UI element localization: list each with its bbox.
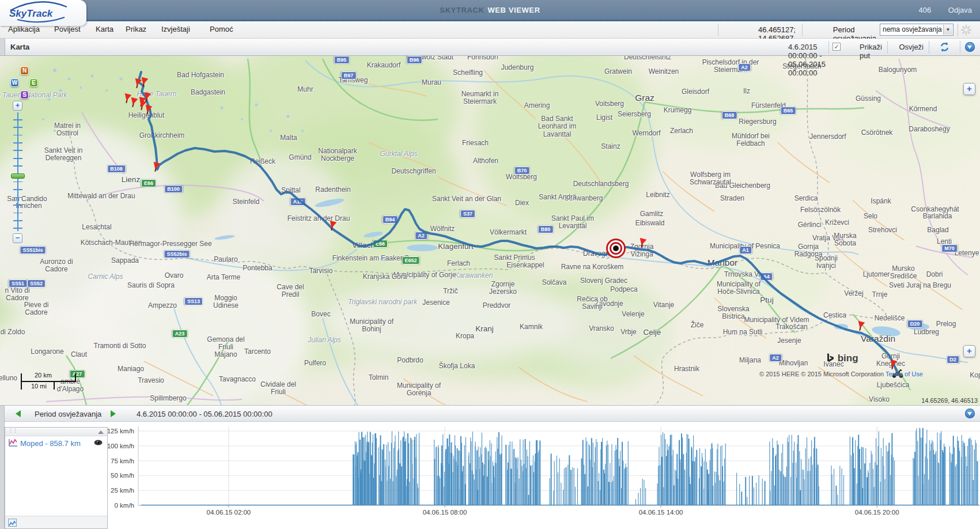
app-title: SKYTRACKWEB VIEWER [0,6,980,14]
separator [958,24,958,36]
route-event-flag-marker[interactable] [330,221,338,231]
app-header: SKYTRACKWEB VIEWER 406 Odjava [0,0,980,21]
map-attribution: © 2015 HERE © 2015 Microsoft Corporation [759,371,884,377]
y-axis-tick-label: 75 km/h [111,458,134,464]
track-list-panel: ⋮⋮ Moped - 858.7 km [5,427,108,529]
terms-of-use-link[interactable]: Terms of Use [886,371,923,377]
separator [960,41,960,54]
timeline-panel-header: Period osvježavanja 4.6.2015 00:00:00 - … [0,405,980,422]
zoom-in-button[interactable]: + [13,101,22,111]
track-list-item[interactable]: Moped - 858.7 km [5,437,107,449]
route-event-flag-marker[interactable] [858,322,866,331]
separator [802,24,803,36]
show-route-label: Prikaži put [860,43,882,60]
pan-east-button[interactable]: E [29,78,38,87]
separator [887,41,888,54]
track-chart-icon [9,439,18,447]
menu-prikaz[interactable]: Prikaz [126,25,146,33]
route-event-flag-marker[interactable] [640,239,648,248]
svg-text:SkyTrack: SkyTrack [9,8,54,19]
refresh-period-select[interactable]: nema osvježavanja ▼ [880,24,953,36]
x-axis-tick-label: 04.06.15 02:00 [207,509,251,516]
x-axis-tick-label: 04.06.15 14:00 [639,509,683,516]
expand-east-panel-button-top[interactable]: + [963,83,975,95]
y-axis-tick-label: 125 km/h [107,428,134,434]
map-panel-header: Karta 4.6.2015 00:00:00 - 05.06.2015 00:… [0,39,980,56]
timeline-panel-body: 125 km/h100 km/h75 km/h50 km/h25 km/h0 k… [0,422,980,529]
logo[interactable]: SkyTrack [0,0,86,26]
visibility-eye-icon[interactable] [94,440,103,445]
menu-izvjestaji[interactable]: Izvještaji [161,25,190,33]
track-list-toolbar: ⋮⋮ [5,428,107,436]
drag-handle-icon[interactable]: ⋮⋮ [8,428,17,433]
menu-povijest[interactable]: Povijest [54,25,81,33]
chevron-down-icon: ▼ [943,25,952,35]
zoom-slider-handle[interactable] [11,173,25,179]
y-axis-tick-label: 25 km/h [111,487,134,494]
collapse-timeline-panel-button[interactable] [965,409,975,418]
route-event-flag-marker[interactable] [154,163,161,172]
speed-series-spikes [353,428,977,505]
menu-karta[interactable]: Karta [96,25,113,33]
show-route-checkbox[interactable]: ✓ [833,43,841,51]
timeline-date-range: 4.6.2015 00:00:00 - 05.06.2015 00:00:00 [137,410,273,418]
resize-rail[interactable] [0,422,5,529]
message-count[interactable]: 406 [918,6,931,14]
period-previous-arrow[interactable] [16,410,21,417]
map-cursor-coordinates: 14.65269, 46.46513 [921,397,978,404]
track-list-footer [5,516,107,528]
route-event-flag-marker[interactable] [142,78,149,87]
route-event-flag-marker[interactable] [891,360,898,369]
route-event-flag-marker[interactable] [146,105,153,115]
menu-aplikacija[interactable]: Aplikacija [8,25,40,33]
pan-west-button[interactable]: W [10,78,19,87]
chart-mode-icon[interactable] [8,519,17,527]
expand-east-panel-button-bottom[interactable]: + [963,345,975,357]
west-panel-handle[interactable] [0,39,5,55]
collapse-up-icon[interactable] [98,430,104,434]
menu-pomoc[interactable]: Pomoć [210,25,233,33]
y-axis-tick-label: 100 km/h [107,443,134,449]
menu-bar: Aplikacija Povijest Karta Prikaz Izvješt… [0,21,980,39]
period-next-arrow[interactable] [111,410,116,417]
timeline-title: Period osvježavanja [35,410,101,418]
bing-logo: bing [826,353,858,364]
track-label: Moped - 858.7 km [20,439,81,448]
pan-north-button[interactable]: N [20,66,29,75]
speed-chart: 125 km/h100 km/h75 km/h50 km/h25 km/h0 k… [0,422,980,529]
y-axis-tick-label: 50 km/h [111,472,134,479]
map-date-range: 4.6.2015 00:00:00 - 05.06.2015 00:00:00 [788,43,826,77]
logout-link[interactable]: Odjava [948,6,972,14]
resize-rail[interactable] [0,406,5,422]
skytrack-logo-icon: SkyTrack [0,0,81,24]
zoom-slider-track[interactable] [13,112,22,231]
separator [929,41,929,54]
refresh-icon[interactable] [939,41,950,52]
loading-spinner-icon [960,24,972,36]
zoom-out-button[interactable]: − [13,233,22,243]
collapse-map-panel-button[interactable] [965,42,975,52]
separator [718,24,718,36]
y-axis-tick-label: 0 km/h [114,502,134,509]
map-panel-title: Karta [10,43,29,51]
separator [828,41,829,54]
map-canvas[interactable]: Oberwölz StadtFohnsdorfJudenburgScheifli… [0,56,980,405]
x-axis-tick-label: 04.06.15 08:00 [423,509,467,516]
refresh-button[interactable]: Osvježi [899,43,924,51]
bing-icon [826,353,835,363]
x-axis-tick-label: 04.06.15 20:00 [855,509,899,516]
pan-south-button[interactable]: S [20,90,29,99]
